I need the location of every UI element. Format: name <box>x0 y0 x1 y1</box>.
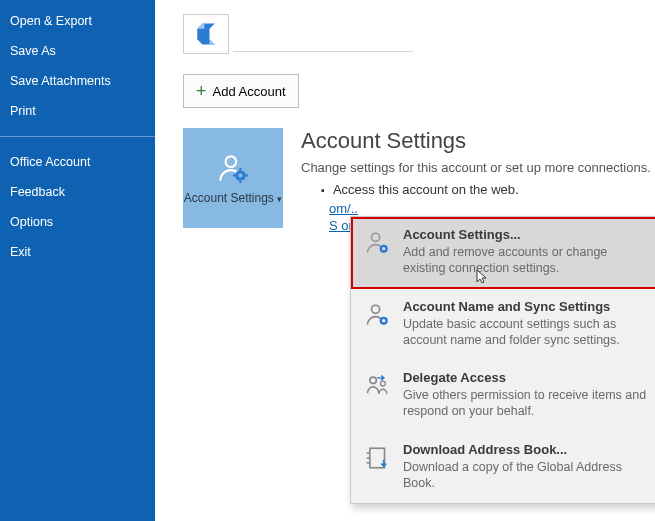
chevron-down-icon: ▾ <box>277 194 282 204</box>
sidebar-divider <box>0 136 155 137</box>
web-access-bullet: Access this account on the web. <box>321 182 651 197</box>
file-menu-sidebar: Open & Export Save As Save Attachments P… <box>0 0 155 521</box>
sidebar-item-options[interactable]: Options <box>0 207 155 237</box>
menu-item-title: Delegate Access <box>403 370 647 385</box>
sidebar-item-feedback[interactable]: Feedback <box>0 177 155 207</box>
section-description: Change settings for this account or set … <box>301 160 651 176</box>
account-settings-dropdown: Account Settings... Add and remove accou… <box>350 216 655 504</box>
svg-point-2 <box>238 173 242 177</box>
add-account-button[interactable]: + Add Account <box>183 74 299 108</box>
tile-label: Account Settings ▾ <box>184 191 282 205</box>
person-gear-icon <box>363 227 393 277</box>
exchange-icon <box>183 14 229 54</box>
menu-item-subtitle: Give others permission to receive items … <box>403 387 647 420</box>
web-access-link-1[interactable]: om/.. <box>329 201 358 216</box>
person-gear-icon <box>363 299 393 349</box>
account-info-pane: + Add Account Account Settings ▾ Account… <box>155 0 655 521</box>
cursor-icon <box>475 269 491 285</box>
sidebar-item-office-account[interactable]: Office Account <box>0 147 155 177</box>
svg-point-7 <box>372 233 380 241</box>
sidebar-item-save-attachments[interactable]: Save Attachments <box>0 66 155 96</box>
address-book-download-icon <box>363 442 393 492</box>
person-gear-icon <box>216 151 250 185</box>
menu-item-subtitle: Download a copy of the Global Address Bo… <box>403 459 647 492</box>
plus-icon: + <box>196 82 207 100</box>
sidebar-item-print[interactable]: Print <box>0 96 155 126</box>
menu-item-account-settings[interactable]: Account Settings... Add and remove accou… <box>351 217 655 289</box>
svg-point-9 <box>382 247 385 250</box>
email-account-header <box>183 14 655 54</box>
svg-point-10 <box>372 305 380 313</box>
sidebar-item-save-as[interactable]: Save As <box>0 36 155 66</box>
svg-point-0 <box>226 156 237 167</box>
menu-item-title: Download Address Book... <box>403 442 647 457</box>
sidebar-item-exit[interactable]: Exit <box>0 237 155 267</box>
menu-item-title: Account Settings... <box>403 227 647 242</box>
menu-item-subtitle: Add and remove accounts or change existi… <box>403 244 647 277</box>
account-settings-tile[interactable]: Account Settings ▾ <box>183 128 283 228</box>
add-account-label: Add Account <box>213 84 286 99</box>
menu-item-name-sync[interactable]: Account Name and Sync Settings Update ba… <box>351 289 655 361</box>
email-address-display <box>233 17 413 52</box>
sidebar-item-open-export[interactable]: Open & Export <box>0 6 155 36</box>
delegate-icon <box>363 370 393 420</box>
menu-item-subtitle: Update basic account settings such as ac… <box>403 316 647 349</box>
menu-item-delegate[interactable]: Delegate Access Give others permission t… <box>351 360 655 432</box>
svg-point-13 <box>370 377 377 384</box>
svg-point-14 <box>380 381 385 386</box>
menu-item-download-gab[interactable]: Download Address Book... Download a copy… <box>351 432 655 504</box>
menu-item-title: Account Name and Sync Settings <box>403 299 647 314</box>
svg-point-12 <box>382 319 385 322</box>
section-title: Account Settings <box>301 128 651 154</box>
